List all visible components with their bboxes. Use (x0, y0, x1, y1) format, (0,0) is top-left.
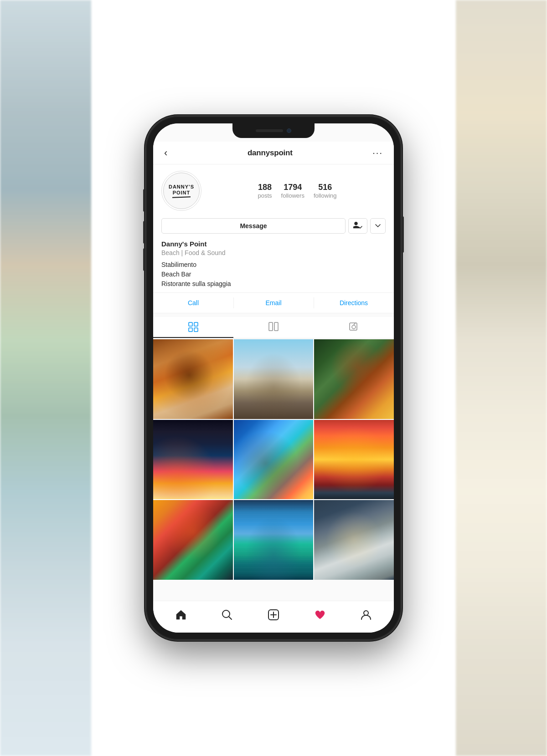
svg-point-7 (352, 325, 356, 329)
svg-rect-5 (274, 322, 278, 331)
stat-posts[interactable]: 188 posts (258, 183, 272, 199)
header-username: dannyspoint (248, 148, 293, 158)
instagram-content: ‹ dannyspoint ··· DANNY'S (153, 123, 394, 633)
background-left (0, 0, 91, 756)
person-check-icon (353, 222, 362, 230)
photo-2[interactable] (234, 339, 314, 419)
follow-button[interactable] (348, 218, 367, 234)
back-button[interactable]: ‹ (164, 147, 167, 159)
bio-line1: Stabilimento (161, 261, 196, 268)
posts-label: posts (258, 192, 272, 199)
photo-8[interactable] (234, 500, 314, 580)
svg-rect-2 (189, 328, 192, 332)
grid-icon (188, 322, 198, 332)
background-right (456, 0, 547, 756)
tab-bar (153, 317, 394, 338)
notch (232, 123, 315, 138)
photo-7[interactable] (153, 500, 233, 580)
phone-shell: ‹ dannyspoint ··· DANNY'S (146, 116, 401, 640)
directions-button[interactable]: Directions (314, 293, 394, 313)
tag-icon (349, 322, 359, 332)
profile-display-name: Danny's Point (161, 240, 386, 248)
bio-line3: Ristorante sulla spiaggia (161, 280, 231, 287)
svg-rect-0 (189, 322, 192, 326)
profile-bio: Stabilimento Beach Bar Ristorante sulla … (161, 260, 386, 289)
page-wrapper: ‹ dannyspoint ··· DANNY'S (0, 0, 547, 756)
profile-info-section: DANNY'S POINT 188 posts (153, 164, 394, 313)
avatar-inner: DANNY'S POINT (163, 173, 200, 209)
call-label: Call (188, 299, 199, 306)
ig-header: ‹ dannyspoint ··· (153, 142, 394, 164)
bottom-nav (153, 601, 394, 633)
more-button[interactable]: ··· (372, 148, 383, 158)
posts-count: 188 (258, 183, 272, 192)
nav-heart[interactable] (309, 604, 331, 626)
directions-label: Directions (340, 299, 368, 306)
svg-rect-4 (269, 322, 273, 331)
notch-camera (287, 128, 291, 133)
following-label: following (314, 192, 337, 199)
search-icon (221, 609, 233, 621)
heart-icon (314, 609, 326, 621)
nav-profile[interactable] (355, 604, 377, 626)
profile-actions: Message (161, 218, 386, 234)
svg-point-14 (364, 611, 368, 615)
call-button[interactable]: Call (153, 293, 233, 313)
profile-category: Beach | Food & Sound (161, 249, 386, 256)
stat-following[interactable]: 516 following (314, 183, 337, 199)
svg-line-10 (229, 617, 232, 619)
profile-stats: 188 posts 1794 followers 516 following (209, 183, 386, 199)
photo-3[interactable] (314, 339, 394, 419)
avatar-logo: DANNY'S POINT (169, 184, 194, 198)
inner-content[interactable]: DANNY'S POINT 188 posts (153, 164, 394, 601)
followers-count: 1794 (281, 183, 304, 192)
add-icon (268, 609, 279, 621)
photo-5[interactable] (234, 420, 314, 500)
photo-grid (153, 339, 394, 580)
svg-rect-1 (194, 322, 198, 326)
notch-speaker (256, 129, 283, 132)
profile-nav-icon (360, 609, 372, 621)
home-icon (175, 609, 187, 621)
avatar[interactable]: DANNY'S POINT (161, 171, 201, 211)
bio-line2: Beach Bar (161, 271, 191, 278)
dropdown-button[interactable] (370, 218, 386, 234)
photo-9[interactable] (314, 500, 394, 580)
following-count: 516 (314, 183, 337, 192)
email-label: Email (265, 299, 281, 306)
contact-buttons: Call Email Directions (153, 292, 394, 313)
phone-screen: ‹ dannyspoint ··· DANNY'S (153, 123, 394, 633)
chevron-down-icon (375, 224, 381, 228)
nav-search[interactable] (216, 604, 238, 626)
stat-followers[interactable]: 1794 followers (281, 183, 304, 199)
profile-top: DANNY'S POINT 188 posts (161, 171, 386, 211)
tab-grid[interactable] (153, 317, 233, 338)
photo-1[interactable] (153, 339, 233, 419)
svg-rect-3 (194, 328, 198, 332)
tab-list[interactable] (233, 317, 314, 338)
followers-label: followers (281, 192, 304, 199)
photo-6[interactable] (314, 420, 394, 500)
email-button[interactable]: Email (233, 293, 314, 313)
nav-add[interactable] (263, 604, 284, 626)
photo-4[interactable] (153, 420, 233, 500)
message-button[interactable]: Message (161, 218, 346, 234)
list-icon (268, 322, 279, 332)
nav-home[interactable] (170, 604, 192, 626)
tab-tags[interactable] (314, 317, 394, 338)
